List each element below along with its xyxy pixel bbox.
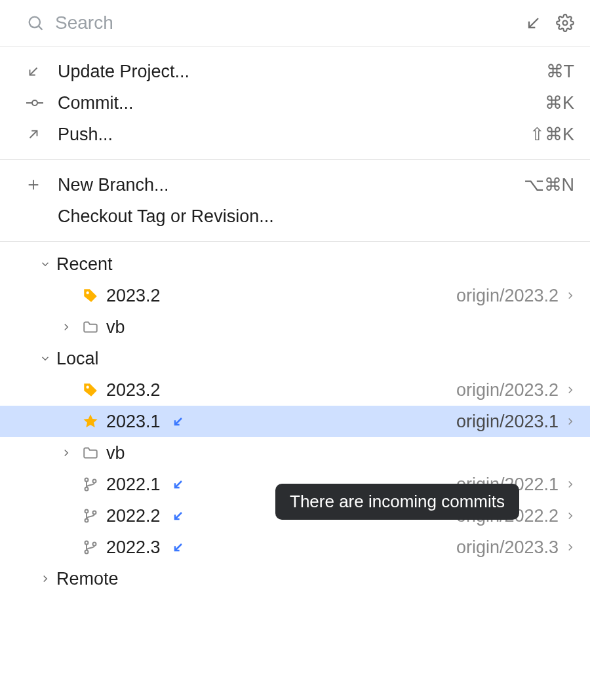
shortcut-label: ⌘T [546,61,575,82]
tag-icon [79,287,102,304]
group-recent[interactable]: Recent [0,248,590,280]
fetch-icon[interactable] [524,14,543,32]
group-remote[interactable]: Remote [0,563,590,594]
group-label: Remote [56,569,119,589]
update-project-action[interactable]: Update Project... ⌘T [0,56,590,87]
svg-point-22 [85,541,88,545]
action-label: Update Project... [58,62,546,82]
group-local[interactable]: Local [0,343,590,374]
chevron-right-icon [0,573,56,585]
svg-point-20 [93,511,96,515]
svg-line-13 [175,418,182,425]
search-icon [26,14,45,32]
incoming-commits-tooltip: There are incoming commits [275,484,519,520]
checkout-tag-action[interactable]: Checkout Tag or Revision... [0,201,590,232]
header [0,0,590,47]
chevron-right-icon [562,290,578,301]
svg-point-23 [85,551,88,554]
branch-row-local-2022-3[interactable]: 2022.3 origin/2023.3 [0,532,590,563]
folder-name: vb [106,317,125,338]
svg-line-17 [175,481,182,488]
svg-point-14 [85,478,88,482]
folder-row-local-vb[interactable]: vb [0,437,590,469]
svg-point-5 [32,100,37,106]
vcs-actions: Update Project... ⌘T Commit... ⌘K Push..… [0,47,590,160]
action-label: New Branch... [58,175,524,195]
branch-name: 2023.2 [106,286,161,306]
branch-icon [79,539,102,555]
svg-point-19 [85,519,88,522]
tooltip-text: There are incoming commits [290,492,505,511]
branch-icon [79,508,102,524]
branch-name: 2022.1 [106,475,161,495]
branch-row-recent-2023-2[interactable]: 2023.2 origin/2023.2 [0,280,590,311]
shortcut-label: ⇧⌘K [530,124,574,145]
chevron-right-icon [562,510,578,522]
action-label: Push... [58,125,530,145]
header-actions [524,14,574,32]
svg-point-11 [87,292,89,294]
branch-icon [79,476,102,492]
branch-row-local-2023-1[interactable]: 2023.1 origin/2023.1 [0,406,590,437]
branch-actions: New Branch... ⌥⌘N Checkout Tag or Revisi… [0,160,590,242]
chevron-down-icon [0,258,56,270]
branch-name: 2022.3 [106,537,161,558]
shortcut-label: ⌘K [545,92,574,113]
chevron-right-icon [562,541,578,553]
svg-line-1 [39,26,42,29]
chevron-right-icon [562,416,578,427]
chevron-right-icon [562,384,578,396]
incoming-commits-icon [171,477,186,492]
branch-row-local-2023-2[interactable]: 2023.2 origin/2023.2 [0,374,590,406]
plus-icon [26,178,49,192]
branches-popup: Update Project... ⌘T Commit... ⌘K Push..… [0,0,590,700]
incoming-commits-icon [171,414,186,429]
chevron-right-icon [562,478,578,490]
svg-point-18 [85,510,88,513]
group-label: Recent [56,254,113,275]
svg-point-16 [93,480,96,483]
arrow-up-right-icon [26,127,49,142]
shortcut-label: ⌥⌘N [524,174,575,195]
branch-name: 2022.2 [106,506,161,526]
commit-icon [26,96,49,110]
tracking-branch: origin/2023.2 [456,286,559,306]
svg-point-3 [563,21,568,26]
svg-point-15 [85,488,88,491]
chevron-down-icon [0,353,56,364]
svg-line-4 [30,68,37,75]
folder-icon [79,444,102,461]
tracking-branch: origin/2023.2 [456,380,559,400]
folder-row-recent-vb[interactable]: vb [0,311,590,343]
svg-line-8 [30,131,37,138]
svg-point-24 [93,543,96,546]
push-action[interactable]: Push... ⇧⌘K [0,119,590,150]
arrow-down-left-icon [26,64,49,79]
tag-icon [79,381,102,399]
commit-action[interactable]: Commit... ⌘K [0,87,590,119]
action-label: Checkout Tag or Revision... [58,206,574,227]
incoming-commits-icon [171,540,186,554]
chevron-right-icon [0,321,79,333]
search-input[interactable] [54,12,524,34]
svg-point-12 [87,386,89,389]
folder-name: vb [106,443,125,463]
branch-name: 2023.2 [106,380,161,400]
action-label: Commit... [58,93,545,113]
star-icon [79,413,102,430]
chevron-right-icon [0,447,79,459]
svg-point-0 [30,17,40,28]
tracking-branch: origin/2023.1 [456,412,559,432]
svg-line-2 [529,18,538,28]
branch-name: 2023.1 [106,412,161,432]
new-branch-action[interactable]: New Branch... ⌥⌘N [0,169,590,201]
group-label: Local [56,349,99,369]
tracking-branch: origin/2023.3 [456,537,559,558]
svg-line-25 [175,544,182,551]
svg-line-21 [175,513,182,519]
incoming-commits-icon [171,509,186,523]
gear-icon[interactable] [556,14,574,32]
folder-icon [79,319,102,336]
